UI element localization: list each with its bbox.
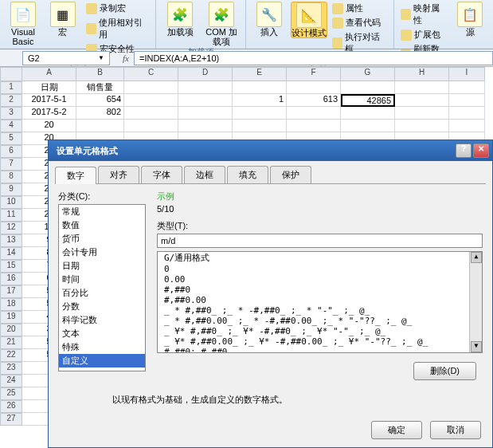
select-all[interactable] xyxy=(0,67,22,81)
type-item[interactable]: 0.00 xyxy=(161,274,479,285)
delete-button[interactable]: 删除(D) xyxy=(413,362,476,380)
type-item[interactable]: 0 xyxy=(161,264,479,274)
row-header[interactable]: 18 xyxy=(0,298,22,311)
cell[interactable] xyxy=(124,81,178,94)
row-header[interactable]: 11 xyxy=(0,209,22,222)
vb-button[interactable]: 📄Visual Basic xyxy=(5,2,41,46)
cell[interactable]: 1 xyxy=(233,94,287,107)
source-button[interactable]: 📋源 xyxy=(452,2,488,37)
row-header[interactable]: 27 xyxy=(0,413,22,426)
type-list[interactable]: G/通用格式00.00#,##0#,##0.00_ * #,##0_ ;_ * … xyxy=(157,251,483,353)
cell[interactable] xyxy=(124,107,178,120)
category-item[interactable]: 百分比 xyxy=(59,286,145,300)
cancel-button[interactable]: 取消 xyxy=(430,421,481,439)
row-header[interactable]: 8 xyxy=(0,171,22,183)
category-item[interactable]: 特殊 xyxy=(59,340,145,354)
formula-input[interactable]: =INDEX(A:A,E2+10) xyxy=(134,51,493,65)
category-item[interactable]: 科学记数 xyxy=(59,313,145,327)
row-header[interactable]: 14 xyxy=(0,247,22,260)
cell[interactable]: 654 xyxy=(76,94,124,107)
row-header[interactable]: 5 xyxy=(0,132,22,145)
type-item[interactable]: _ ¥* #,##0.00_ ;_ ¥* -#,##0.00_ ;_ ¥* "-… xyxy=(161,336,479,347)
record-macro[interactable]: 录制宏 xyxy=(84,2,151,15)
row-header[interactable]: 26 xyxy=(0,400,22,413)
row-header[interactable]: 6 xyxy=(0,145,22,158)
cell[interactable] xyxy=(449,81,485,94)
cell[interactable] xyxy=(76,120,124,132)
cell[interactable]: 613 xyxy=(287,94,341,107)
cell[interactable] xyxy=(341,107,395,120)
row-header[interactable]: 25 xyxy=(0,387,22,400)
category-item[interactable]: 货币 xyxy=(59,232,145,246)
row-header[interactable]: 2 xyxy=(0,94,22,107)
category-item[interactable]: 常规 xyxy=(59,205,145,218)
help-button[interactable]: ? xyxy=(456,143,471,158)
cell[interactable]: 销售量 xyxy=(76,81,124,94)
cell[interactable] xyxy=(341,81,395,94)
row-header[interactable]: 7 xyxy=(0,158,22,171)
cell[interactable] xyxy=(124,120,178,132)
view-code[interactable]: 查看代码 xyxy=(331,16,389,29)
cell[interactable] xyxy=(287,120,341,132)
map-props[interactable]: 映射属性 xyxy=(399,2,448,27)
type-item[interactable]: _ * #,##0_ ;_ * -#,##0_ ;_ * "-"_ ;_ @_ xyxy=(161,305,479,316)
category-item[interactable]: 会计专用 xyxy=(59,246,145,259)
col-header[interactable]: G xyxy=(341,67,395,81)
cell[interactable] xyxy=(233,120,287,132)
row-header[interactable]: 1 xyxy=(0,81,22,94)
cell[interactable] xyxy=(233,107,287,120)
col-header[interactable]: I xyxy=(449,67,485,81)
tab-填充[interactable]: 填充 xyxy=(227,166,268,183)
row-header[interactable]: 13 xyxy=(0,234,22,247)
cell[interactable] xyxy=(178,94,233,107)
category-item[interactable]: 时间 xyxy=(59,273,145,286)
category-item[interactable]: 文本 xyxy=(59,327,145,340)
category-item[interactable]: 数值 xyxy=(59,218,145,232)
cell[interactable]: 2017-5-1 xyxy=(22,94,76,107)
design-mode-button[interactable]: 📐设计模式 xyxy=(291,2,327,38)
type-item[interactable]: #,##0.00 xyxy=(161,295,479,305)
row-header[interactable]: 24 xyxy=(0,375,22,387)
cell[interactable] xyxy=(124,94,178,107)
type-input[interactable] xyxy=(157,234,483,248)
type-item[interactable]: #,##0 xyxy=(161,285,479,295)
row-header[interactable]: 23 xyxy=(0,362,22,375)
scrollbar[interactable]: ▲ ▼ xyxy=(469,252,482,352)
properties[interactable]: 属性 xyxy=(331,2,389,15)
cell[interactable]: 2017-5-2 xyxy=(22,107,76,120)
dialog-titlebar[interactable]: 设置单元格格式 ? ✕ xyxy=(49,140,492,161)
cell[interactable] xyxy=(287,107,341,120)
cell[interactable]: 802 xyxy=(76,107,124,120)
type-item[interactable]: _ ¥* #,##0_ ;_ ¥* -#,##0_ ;_ ¥* "-"_ ;_ … xyxy=(161,326,479,336)
close-button[interactable]: ✕ xyxy=(473,143,489,158)
col-header[interactable]: C xyxy=(124,67,178,81)
category-item[interactable]: 分数 xyxy=(59,300,145,313)
type-item[interactable]: _ * #,##0.00_ ;_ * -#,##0.00_ ;_ * "-"??… xyxy=(161,316,479,326)
cell[interactable] xyxy=(395,81,449,94)
scroll-down-icon[interactable]: ▼ xyxy=(471,341,482,352)
cell[interactable] xyxy=(341,120,395,132)
cell[interactable] xyxy=(449,120,485,132)
fx-icon[interactable]: fx xyxy=(123,53,129,63)
tab-保护[interactable]: 保护 xyxy=(270,166,311,183)
type-item[interactable]: G/通用格式 xyxy=(161,252,479,264)
cell[interactable] xyxy=(287,81,341,94)
cell[interactable] xyxy=(178,81,233,94)
row-header[interactable]: 3 xyxy=(0,107,22,120)
cell[interactable] xyxy=(233,81,287,94)
com-addins-button[interactable]: 🧩COM 加载项 xyxy=(202,2,241,46)
row-header[interactable]: 19 xyxy=(0,311,22,324)
dropdown-icon[interactable]: ▼ xyxy=(98,54,104,61)
tab-字体[interactable]: 字体 xyxy=(141,166,182,183)
row-header[interactable]: 9 xyxy=(0,183,22,196)
row-header[interactable]: 10 xyxy=(0,196,22,209)
col-header[interactable]: D xyxy=(178,67,233,81)
row-header[interactable]: 12 xyxy=(0,222,22,234)
row-header[interactable]: 20 xyxy=(0,324,22,336)
expansion-pack[interactable]: 扩展包 xyxy=(399,28,448,41)
relative-ref[interactable]: 使用相对引用 xyxy=(84,16,151,41)
name-box[interactable]: G2▼ xyxy=(22,51,110,65)
addins-button[interactable]: 🧩加载项 xyxy=(161,2,199,37)
category-item[interactable]: 日期 xyxy=(59,259,145,273)
tab-边框[interactable]: 边框 xyxy=(184,166,225,183)
